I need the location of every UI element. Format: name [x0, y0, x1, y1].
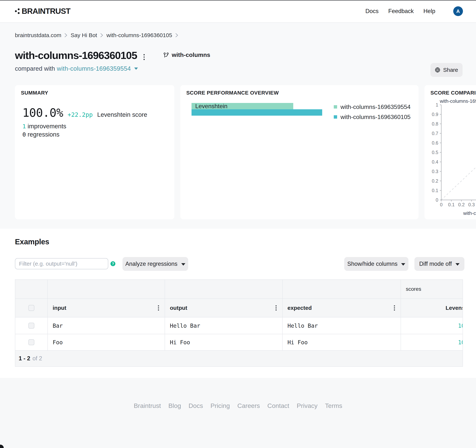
- filter-help-icon[interactable]: ?: [111, 261, 115, 266]
- svg-text:with-columns-1696359554: with-columns-1696359554: [463, 210, 476, 216]
- analyze-regressions-button[interactable]: Analyze regressions: [122, 257, 188, 271]
- chevron-right-icon: [176, 33, 178, 37]
- column-menu-icon[interactable]: [393, 304, 396, 312]
- table-row[interactable]: Bar Hello Bar Hello Bar 100.0%: [15, 317, 463, 334]
- summary-regressions: 0 regressions: [23, 130, 147, 138]
- row-checkbox[interactable]: [28, 323, 34, 329]
- chevron-down-icon: [401, 263, 405, 265]
- chevron-right-icon: [100, 33, 103, 37]
- cell-input: Bar: [53, 322, 63, 329]
- footer-link-careers[interactable]: Careers: [237, 402, 260, 409]
- table-pagination-row: 1 - 2 of 2: [15, 351, 463, 366]
- summary-improvements-count: 1: [23, 123, 26, 130]
- legend-item[interactable]: with-columns-1696359554: [334, 104, 410, 110]
- bar-current-experiment[interactable]: [192, 109, 322, 116]
- footer-link-contact[interactable]: Contact: [267, 402, 289, 409]
- braintrust-logo[interactable]: BRAINTRUST: [15, 7, 70, 16]
- globe-icon: [435, 67, 440, 72]
- chevron-down-icon[interactable]: [134, 67, 138, 70]
- column-menu-icon[interactable]: [157, 304, 160, 312]
- legend-swatch-current: [334, 115, 337, 119]
- overview-cards: SUMMARY 100.0% +22.2pp Levenshtein score…: [15, 85, 476, 219]
- svg-text:0.2: 0.2: [458, 202, 465, 207]
- bar-chart-legend: with-columns-1696359554 with-columns-169…: [334, 104, 410, 124]
- git-branch-icon: [163, 52, 169, 58]
- summary-regressions-label: regressions: [28, 131, 60, 138]
- column-group-scores: scores: [406, 286, 421, 292]
- legend-item[interactable]: with-columns-1696360105: [334, 114, 410, 120]
- show-hide-columns-button[interactable]: Show/hide columns: [344, 257, 408, 271]
- footer-link-braintrust[interactable]: Braintrust: [134, 402, 161, 409]
- footer-link-pricing[interactable]: Pricing: [210, 402, 230, 409]
- footer-link-docs[interactable]: Docs: [188, 402, 203, 409]
- footer-links: Braintrust Blog Docs Pricing Careers Con…: [0, 378, 476, 409]
- compared-with-label: compared with: [15, 65, 55, 72]
- legend-label-baseline: with-columns-1696359554: [340, 104, 410, 111]
- table-row[interactable]: Foo Hi Foo Hi Foo 100.0%: [15, 334, 463, 351]
- column-header-input: input: [53, 305, 66, 311]
- avatar[interactable]: A: [453, 6, 463, 16]
- nav-link-feedback[interactable]: Feedback: [388, 8, 414, 15]
- compared-experiment-link[interactable]: with-columns-1696359554: [57, 65, 131, 72]
- cell-input: Foo: [53, 339, 63, 346]
- breadcrumb-org[interactable]: braintrustdata.com: [15, 32, 61, 39]
- svg-text:0.2: 0.2: [432, 178, 438, 183]
- footer-link-blog[interactable]: Blog: [168, 402, 181, 409]
- score-comparison-card: SCORE COMPARISON 00.10.20.30.40.50.60.70…: [425, 85, 476, 219]
- nav-link-docs[interactable]: Docs: [365, 8, 379, 15]
- svg-text:0.6: 0.6: [432, 140, 438, 145]
- select-all-checkbox[interactable]: [28, 305, 34, 311]
- breadcrumb-experiment[interactable]: with-columns-1696360105: [106, 32, 172, 39]
- column-menu-icon[interactable]: [275, 304, 277, 312]
- svg-text:0.1: 0.1: [432, 188, 438, 193]
- svg-text:0.5: 0.5: [432, 150, 438, 155]
- breadcrumb-project[interactable]: Say Hi Bot: [71, 32, 97, 39]
- svg-text:0.8: 0.8: [432, 121, 438, 127]
- braintrust-logo-text: BRAINTRUST: [22, 7, 70, 16]
- summary-score-label: Levenshtein score: [97, 111, 147, 118]
- svg-text:0: 0: [436, 197, 438, 203]
- branch-tag[interactable]: with-columns: [163, 51, 210, 58]
- share-button-label: Share: [443, 67, 458, 73]
- title-kebab-menu-button[interactable]: [141, 53, 147, 61]
- score-comparison-scatter-plot: 00.10.20.30.40.50.60.70.80.9100.10.20.30…: [425, 85, 476, 219]
- summary-card: SUMMARY 100.0% +22.2pp Levenshtein score…: [15, 85, 174, 219]
- page-footer: Braintrust Blog Docs Pricing Careers Con…: [0, 378, 476, 448]
- row-checkbox[interactable]: [28, 339, 34, 345]
- svg-text:0.4: 0.4: [432, 159, 438, 165]
- footer-link-terms[interactable]: Terms: [325, 402, 342, 409]
- diff-mode-label: Diff mode off: [419, 260, 452, 267]
- examples-table: scores input output expected Levenshtein…: [15, 279, 463, 367]
- column-header-output: output: [170, 305, 187, 311]
- summary-score-delta: +22.2pp: [68, 111, 93, 118]
- experiment-header-section: braintrustdata.com Say Hi Bot with-colum…: [0, 23, 476, 229]
- table-header-row: input output expected Levenshtein: [15, 299, 463, 317]
- top-navigation-bar: BRAINTRUST Docs Feedback Help A: [0, 0, 476, 23]
- pagination-total: of 2: [33, 355, 42, 362]
- svg-text:0.3: 0.3: [468, 202, 475, 207]
- svg-text:1: 1: [436, 102, 438, 107]
- summary-regressions-count: 0: [23, 131, 26, 138]
- bar-chart-category-label: Levenshtein: [195, 103, 227, 109]
- footer-link-privacy[interactable]: Privacy: [297, 402, 317, 409]
- nav-link-help[interactable]: Help: [423, 8, 435, 15]
- table-group-header-row: scores: [15, 280, 463, 299]
- filter-input[interactable]: [15, 258, 108, 269]
- svg-text:0.3: 0.3: [432, 169, 438, 174]
- analyze-regressions-label: Analyze regressions: [125, 260, 177, 267]
- legend-swatch-baseline: [334, 105, 337, 109]
- diff-mode-button[interactable]: Diff mode off: [414, 257, 465, 271]
- summary-stats: 100.0% +22.2pp Levenshtein score 1 impro…: [23, 106, 147, 138]
- svg-text:0.9: 0.9: [432, 112, 438, 117]
- chevron-down-icon: [181, 263, 185, 265]
- summary-card-title: SUMMARY: [21, 90, 48, 96]
- main-nav: Docs Feedback Help A: [365, 6, 463, 16]
- cell-expected: Hello Bar: [288, 322, 318, 329]
- show-hide-columns-label: Show/hide columns: [347, 260, 398, 267]
- summary-improvements-label: improvements: [28, 123, 66, 130]
- svg-text:with-columns-1696360105: with-columns-1696360105: [440, 98, 476, 104]
- share-button[interactable]: Share: [431, 63, 463, 77]
- svg-text:0.7: 0.7: [432, 131, 438, 136]
- cell-score: 100.0%: [401, 317, 463, 334]
- breadcrumb: braintrustdata.com Say Hi Bot with-colum…: [15, 32, 178, 39]
